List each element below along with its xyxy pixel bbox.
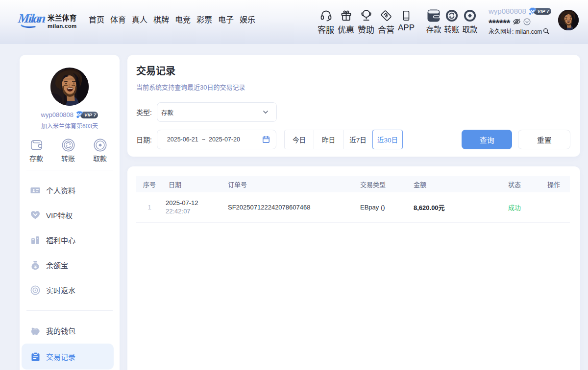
svg-text:Milan: Milan bbox=[17, 11, 47, 25]
